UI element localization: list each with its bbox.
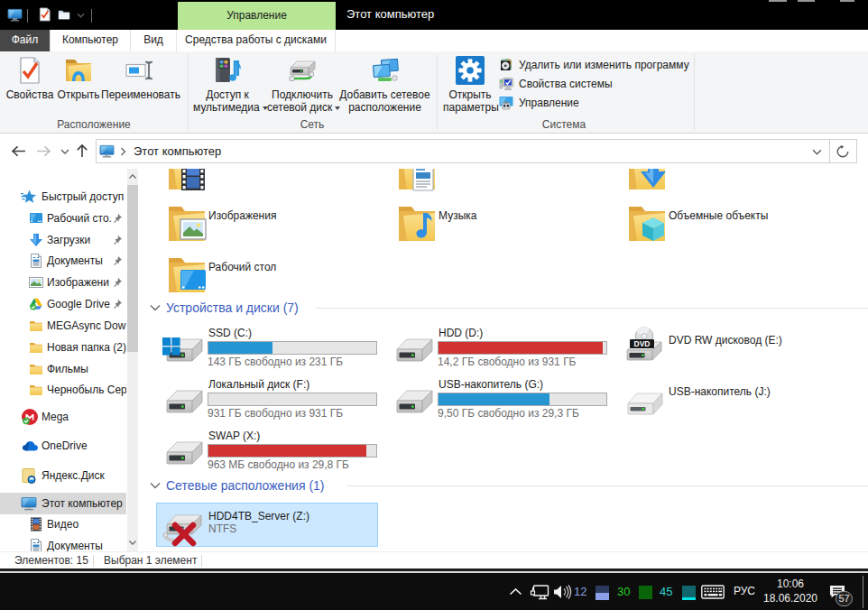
drive-name: Локальный диск (F:) [208,378,309,391]
documents-icon [29,539,43,551]
breadcrumb-chevron-icon[interactable] [120,147,126,156]
recent-locations-chevron-icon[interactable] [60,149,69,154]
show-desktop-divider[interactable] [863,576,863,608]
collapse-chevron-icon[interactable] [150,482,161,489]
sidebar-item-mega[interactable]: Mega [0,406,126,428]
qat-customize-chevron-icon[interactable] [77,13,85,18]
tray-keyboard-icon[interactable] [701,585,725,599]
sidebar-item-documents-pc[interactable]: Документы [0,535,126,551]
file-menu-button[interactable]: Файл [0,30,50,51]
sidebar-scrollbar[interactable] [127,169,138,551]
group-header-label: Устройства и диски (7) [166,300,299,316]
tray-sensor-value-3[interactable]: 45 [660,573,672,610]
sidebar-item-this-pc[interactable]: Этот компьютер [0,493,126,514]
scrollbar-up-icon[interactable] [129,174,136,179]
tray-language-indicator[interactable]: РУС [734,573,755,610]
manage-icon [499,96,513,110]
open-settings-button-line1[interactable]: Открыть [443,89,497,101]
sidebar-item-megasync[interactable]: MEGAsync Dow [0,315,126,337]
qat-properties-icon[interactable] [38,7,51,22]
map-drive-button-line1[interactable]: Подключить [271,89,334,101]
explorer-window: Управление Этот компьютер Файл Компьютер… [0,0,868,610]
sidebar-item-onedrive[interactable]: OneDrive [0,435,126,457]
uninstall-program-button[interactable]: Удалить или изменить программу [519,59,689,71]
sidebar-item-chernobyl[interactable]: Чернобыль Сер [0,379,126,401]
map-drive-label: сетевой диск [267,101,332,114]
map-drive-button-line2[interactable]: сетевой диск [267,102,339,114]
tray-sensor-value-1[interactable]: 12 [574,573,586,610]
drive-c-capacity-bar [208,341,377,355]
drive-c-icon [162,328,205,372]
tile-network-drive-z[interactable]: HDD4TB_Server (Z:) NTFS [156,503,378,547]
sidebar-item-pictures[interactable]: Изображени [0,272,126,293]
tray-sensor-icon-2[interactable] [639,586,652,599]
folder-videos-icon[interactable] [165,169,208,193]
properties-icon [15,56,44,85]
properties-button[interactable]: Свойства [5,89,55,101]
sidebar-item-google-drive[interactable]: Google Drive [0,293,126,315]
tray-sensor-icon-3[interactable] [682,586,696,600]
system-properties-button[interactable]: Свойства системы [519,78,613,90]
desktop-icon [29,211,43,226]
group-label-system: Система [519,118,609,131]
sidebar-item-new-folder[interactable]: Новая папка (2) [0,337,126,358]
forward-button-icon[interactable] [35,145,52,157]
capacity-bar-fill [208,445,366,457]
sidebar-item-documents[interactable]: Документы [0,250,126,272]
address-dropdown-chevron-icon[interactable] [812,149,822,155]
tray-sensor-value-2[interactable]: 30 [617,573,630,610]
refresh-button[interactable] [830,139,857,163]
open-button[interactable]: Открыть [56,89,101,101]
tile-label: Объемные объекты [669,209,768,222]
back-button-icon[interactable] [10,145,27,157]
sidebar-item-desktop[interactable]: Рабочий сто. [0,208,126,229]
collapse-chevron-icon[interactable] [150,304,161,311]
rename-button[interactable]: Переименовать [101,89,180,101]
tray-sensor-icon-1[interactable] [596,586,609,600]
scrollbar-down-icon[interactable] [129,541,136,545]
status-bar: Элементов: 15 Выбран 1 элемент [0,551,868,568]
tray-volume-icon[interactable] [553,585,572,599]
open-settings-button-line2[interactable]: параметры [443,102,497,114]
manage-button[interactable]: Управление [519,97,579,109]
tab-drive-tools[interactable]: Средства работы с дисками [176,30,336,51]
drive-name: DVD RW дисковод (E:) [669,334,782,347]
folder-downloads-icon[interactable] [625,169,669,193]
tray-clock[interactable]: 10:06 18.06.2020 [758,578,823,606]
address-breadcrumb[interactable]: Этот компьютер [134,140,221,162]
add-network-button-line1[interactable]: Добавить сетевое [338,89,431,101]
sidebar-item-movies[interactable]: Фильмы [0,358,126,380]
qat-new-folder-icon[interactable] [58,8,70,21]
scrollbar-thumb[interactable] [127,185,138,352]
pin-icon [112,277,123,288]
add-network-button-line2[interactable]: расположение [338,102,431,114]
tab-view[interactable]: Вид [131,30,176,51]
folder-documents-icon[interactable] [395,169,439,193]
ribbon-group-separator [694,54,695,130]
qat-separator [27,9,28,23]
capacity-bar-fill [439,342,603,354]
capacity-bar-fill [208,342,272,354]
sidebar-item-label: Документы [47,535,103,551]
sidebar-item-videos[interactable]: Видео [0,513,126,535]
tray-network-icon[interactable] [530,585,549,600]
manage-ribbon-tab[interactable]: Управление [178,2,336,30]
refresh-icon [836,144,850,159]
tab-computer[interactable]: Компьютер [50,30,131,51]
address-bar[interactable]: Этот компьютер [96,139,830,163]
dvd-drive-icon [622,327,665,370]
sidebar-item-yandex-disk[interactable]: Яндекс.Диск [0,465,126,486]
drive-free-space: 9,50 ГБ свободно из 29,3 ГБ [438,408,579,420]
group-header-network[interactable]: Сетевые расположения (1) [144,477,868,494]
notification-count-badge[interactable]: 57 [836,591,853,606]
group-header-devices[interactable]: Устройства и диски (7) [144,300,868,316]
sidebar-item-downloads[interactable]: Загрузки [0,229,126,251]
media-access-button-line1[interactable]: Доступ к [200,89,254,101]
media-access-button-line2[interactable]: мультимедиа [193,102,263,114]
items-count: Элементов: 15 [14,552,88,569]
tray-show-hidden-icons-chevron[interactable] [509,588,522,596]
drive-name: SSD (C:) [208,327,252,339]
sidebar-item-quick-access[interactable]: Быстрый доступ [0,186,126,208]
up-button-icon[interactable] [76,143,88,159]
usb-drive-icon [622,382,665,425]
